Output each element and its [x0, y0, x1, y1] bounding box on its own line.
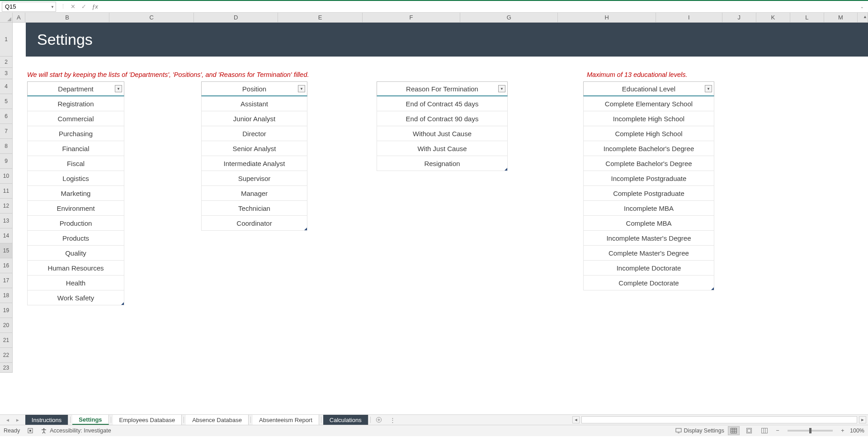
department-row[interactable]: Financial [27, 141, 124, 156]
education-row[interactable]: Incomplete MBA [583, 201, 714, 216]
column-header-L[interactable]: L [790, 13, 824, 23]
position-row[interactable]: Intermediate Analyst [201, 156, 307, 171]
department-row[interactable]: Quality [27, 246, 124, 261]
row-header-18[interactable]: 18 [0, 288, 13, 303]
education-row[interactable]: Complete Master's Degree [583, 246, 714, 261]
education-row[interactable]: Incomplete Postgraduate [583, 171, 714, 186]
column-header-I[interactable]: I [656, 13, 722, 23]
cells-area[interactable]: Settings We will start by keeping the li… [13, 23, 868, 414]
add-sheet-button[interactable] [373, 415, 385, 425]
termination-row[interactable]: End of Contract 45 days [377, 96, 508, 111]
row-header-1[interactable]: 1 [0, 23, 13, 57]
column-header-J[interactable]: J [722, 13, 756, 23]
row-header-2[interactable]: 2 [0, 57, 13, 68]
row-header-19[interactable]: 19 [0, 303, 13, 318]
enter-formula-button[interactable]: ✓ [78, 2, 89, 12]
position-row[interactable]: Manager [201, 186, 307, 201]
education-row[interactable]: Incomplete Bachelor's Degree [583, 141, 714, 156]
row-header-22[interactable]: 22 [0, 348, 13, 363]
row-header-5[interactable]: 5 [0, 94, 13, 109]
education-row[interactable]: Incomplete High School [583, 111, 714, 126]
department-row[interactable]: Purchasing [27, 126, 124, 141]
row-header-20[interactable]: 20 [0, 318, 13, 333]
position-row[interactable]: Supervisor [201, 171, 307, 186]
education-row[interactable]: Complete MBA [583, 216, 714, 231]
zoom-level[interactable]: 100% [850, 428, 864, 434]
row-header-11[interactable]: 11 [0, 184, 13, 199]
department-row[interactable]: Logistics [27, 171, 124, 186]
education-row[interactable]: Incomplete Master's Degree [583, 231, 714, 246]
sheet-tab-employees-database[interactable]: Employees Database [113, 415, 182, 425]
termination-filter-button[interactable]: ▼ [498, 85, 505, 92]
column-header-E[interactable]: E [278, 13, 363, 23]
fx-icon[interactable]: ƒx [92, 3, 98, 10]
column-header-A[interactable]: A [13, 13, 25, 23]
department-row[interactable]: Fiscal [27, 156, 124, 171]
termination-row[interactable]: Without Just Cause [377, 126, 508, 141]
row-header-16[interactable]: 16 [0, 258, 13, 273]
scroll-up-icon[interactable]: ▲ [863, 14, 867, 19]
termination-row[interactable]: End of Contract 90 days [377, 111, 508, 126]
termination-row[interactable]: Resignation [377, 156, 508, 171]
column-header-C[interactable]: C [109, 13, 194, 23]
position-filter-button[interactable]: ▼ [298, 85, 305, 92]
department-row[interactable]: Registration [27, 96, 124, 111]
row-header-8[interactable]: 8 [0, 139, 13, 154]
macro-record-icon[interactable] [27, 428, 33, 434]
position-row[interactable]: Assistant [201, 96, 307, 111]
hscroll-track[interactable] [581, 416, 857, 423]
zoom-in-button[interactable]: + [839, 428, 846, 434]
formula-expand-button[interactable]: ⌄ [858, 2, 866, 12]
name-box[interactable]: Q15 ▼ [2, 2, 56, 12]
display-settings-button[interactable]: Display Settings [675, 428, 724, 434]
row-header-23[interactable]: 23 [0, 363, 13, 373]
tab-prev-icon[interactable]: ◄ [5, 418, 10, 423]
education-row[interactable]: Complete High School [583, 126, 714, 141]
column-header-H[interactable]: H [558, 13, 656, 23]
education-row[interactable]: Incomplete Doctorate [583, 261, 714, 276]
sheet-tab-absenteeism-report[interactable]: Absenteeism Report [253, 415, 319, 425]
row-header-12[interactable]: 12 [0, 199, 13, 214]
column-header-M[interactable]: M [824, 13, 858, 23]
department-row[interactable]: Products [27, 231, 124, 246]
cancel-formula-button[interactable]: ✕ [67, 2, 78, 12]
hscroll-right-icon[interactable]: ► [859, 416, 866, 423]
row-header-15[interactable]: 15 [0, 243, 13, 258]
department-row[interactable]: Environment [27, 201, 124, 216]
view-normal-button[interactable] [728, 426, 740, 435]
tab-next-icon[interactable]: ► [15, 418, 20, 423]
department-row[interactable]: Health [27, 276, 124, 290]
horizontal-scrollbar[interactable]: ◄ ► [572, 416, 866, 424]
select-all-corner[interactable] [0, 13, 13, 23]
position-row[interactable]: Director [201, 126, 307, 141]
row-header-21[interactable]: 21 [0, 333, 13, 348]
zoom-out-button[interactable]: − [774, 428, 781, 434]
department-filter-button[interactable]: ▼ [115, 85, 122, 92]
row-header-17[interactable]: 17 [0, 273, 13, 288]
position-row[interactable]: Technician [201, 201, 307, 216]
row-header-9[interactable]: 9 [0, 154, 13, 169]
position-row[interactable]: Senior Analyst [201, 141, 307, 156]
row-header-6[interactable]: 6 [0, 109, 13, 124]
termination-row[interactable]: With Just Cause [377, 141, 508, 156]
sheet-tab-settings[interactable]: Settings [72, 415, 108, 425]
department-row[interactable]: Human Resources [27, 261, 124, 276]
education-row[interactable]: Complete Bachelor's Degree [583, 156, 714, 171]
column-header-K[interactable]: K [756, 13, 790, 23]
column-header-F[interactable]: F [363, 13, 460, 23]
row-header-14[interactable]: 14 [0, 228, 13, 243]
sheet-tab-absence-database[interactable]: Absence Database [186, 415, 249, 425]
row-header-3[interactable]: 3 [0, 68, 13, 79]
view-page-break-button[interactable] [759, 426, 770, 435]
department-row[interactable]: Marketing [27, 186, 124, 201]
name-box-dropdown-icon[interactable]: ▼ [51, 5, 54, 9]
education-filter-button[interactable]: ▼ [705, 85, 712, 92]
position-row[interactable]: Junior Analyst [201, 111, 307, 126]
hscroll-left-icon[interactable]: ◄ [572, 416, 580, 423]
education-row[interactable]: Complete Postgraduate [583, 186, 714, 201]
department-row[interactable]: Production [27, 216, 124, 231]
education-row[interactable]: Complete Doctorate [583, 276, 714, 290]
formula-input[interactable] [98, 2, 858, 12]
education-row[interactable]: Complete Elementary School [583, 96, 714, 111]
tabs-resize-handle-icon[interactable]: ⋮ [390, 415, 396, 425]
